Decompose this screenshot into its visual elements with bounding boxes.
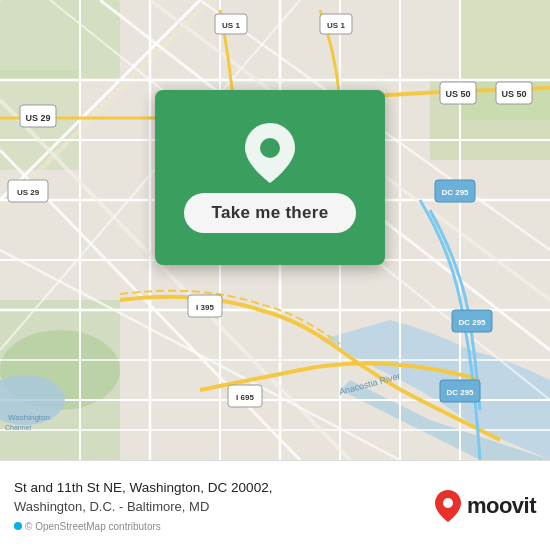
svg-text:US 29: US 29 <box>17 188 40 197</box>
svg-text:Channel: Channel <box>5 424 32 431</box>
svg-text:DC 295: DC 295 <box>446 388 474 397</box>
address-line2: Washington, D.C. - Baltimore, MD <box>14 498 425 516</box>
svg-text:DC 295: DC 295 <box>458 318 486 327</box>
location-pin-icon <box>245 123 295 183</box>
svg-text:US 1: US 1 <box>222 21 240 30</box>
moovit-brand-row: moovit <box>435 490 536 522</box>
svg-text:DC 295: DC 295 <box>441 188 469 197</box>
osm-dot-icon <box>14 522 22 530</box>
svg-point-59 <box>260 138 280 158</box>
moovit-pin-icon <box>435 490 461 522</box>
svg-rect-1 <box>0 0 120 80</box>
svg-text:US 50: US 50 <box>445 89 470 99</box>
address-block: St and 11th St NE, Washington, DC 20002,… <box>14 479 425 531</box>
map-area: US 29 US 1 US 1 US 50 US 50 I 395 I 695 … <box>0 0 550 460</box>
svg-text:US 1: US 1 <box>327 21 345 30</box>
address-line1: St and 11th St NE, Washington, DC 20002, <box>14 479 425 498</box>
moovit-text: moovit <box>467 493 536 519</box>
svg-text:US 50: US 50 <box>501 89 526 99</box>
osm-credit: © OpenStreetMap contributors <box>14 521 425 532</box>
take-me-there-button[interactable]: Take me there <box>184 193 357 233</box>
svg-point-60 <box>443 498 453 508</box>
svg-text:Washington: Washington <box>8 413 50 422</box>
svg-text:US 29: US 29 <box>25 113 50 123</box>
svg-text:I 395: I 395 <box>196 303 214 312</box>
svg-text:I 695: I 695 <box>236 393 254 402</box>
cta-card: Take me there <box>155 90 385 265</box>
moovit-logo: moovit <box>435 490 536 522</box>
info-bar: St and 11th St NE, Washington, DC 20002,… <box>0 460 550 550</box>
